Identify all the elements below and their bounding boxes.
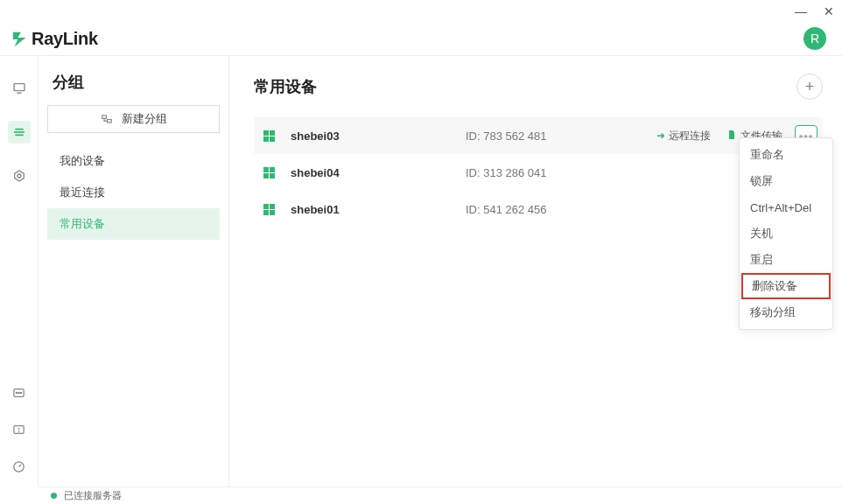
status-indicator-icon xyxy=(51,493,57,499)
sidebar-item-common[interactable]: 常用设备 xyxy=(47,208,220,240)
new-group-button[interactable]: 新建分组 xyxy=(47,105,220,133)
svg-rect-16 xyxy=(107,120,111,123)
body: 分组 新建分组 我的设备 最近连接 常用设备 常用设备 + shebei03 I… xyxy=(0,55,842,486)
avatar[interactable]: R xyxy=(803,27,826,50)
arrow-right-icon: ➜ xyxy=(656,130,665,142)
svg-rect-0 xyxy=(14,84,25,91)
new-group-icon xyxy=(101,113,113,125)
sidebar-item-my-devices[interactable]: 我的设备 xyxy=(47,145,220,177)
windows-icon xyxy=(263,203,275,215)
minimize-button[interactable]: — xyxy=(795,5,807,18)
device-id: ID: 541 262 456 xyxy=(466,203,547,216)
device-row[interactable]: shebei01 ID: 541 262 456 xyxy=(254,191,823,228)
statusbar: 已连接服务器 xyxy=(39,486,842,504)
device-id: ID: 313 286 041 xyxy=(466,166,547,179)
svg-rect-15 xyxy=(102,116,106,119)
menu-rename[interactable]: 重命名 xyxy=(740,142,832,168)
svg-point-10 xyxy=(20,392,21,393)
add-device-button[interactable]: + xyxy=(796,74,823,100)
rail-feedback-icon[interactable] xyxy=(8,418,31,441)
nav-rail xyxy=(0,56,39,486)
remote-connect-button[interactable]: ➜ 远程连接 xyxy=(653,127,714,145)
svg-point-8 xyxy=(16,392,17,393)
new-group-label: 新建分组 xyxy=(122,111,167,127)
page-title: 常用设备 xyxy=(254,76,317,97)
rail-monitor-icon[interactable] xyxy=(8,77,31,100)
close-button[interactable]: ✕ xyxy=(823,5,835,18)
main-header: 常用设备 + xyxy=(254,74,823,100)
logo-text: RayLink xyxy=(32,29,98,49)
device-name: shebei03 xyxy=(291,130,466,143)
titlebar: — ✕ xyxy=(0,0,842,22)
sidebar-title: 分组 xyxy=(47,72,220,105)
svg-point-13 xyxy=(18,431,19,432)
device-name: shebei01 xyxy=(291,203,466,216)
windows-icon xyxy=(263,166,275,178)
rail-speed-icon[interactable] xyxy=(8,455,31,478)
device-name: shebei04 xyxy=(291,166,466,179)
rail-chat-icon[interactable] xyxy=(8,382,31,404)
sidebar: 分组 新建分组 我的设备 最近连接 常用设备 xyxy=(39,56,229,486)
menu-delete-device[interactable]: 删除设备 xyxy=(741,273,831,299)
menu-move-group[interactable]: 移动分组 xyxy=(740,299,832,326)
menu-ctrl-alt-del[interactable]: Ctrl+Alt+Del xyxy=(740,194,832,220)
svg-point-9 xyxy=(18,392,19,393)
device-row[interactable]: shebei04 ID: 313 286 041 xyxy=(254,154,823,191)
header: RayLink R xyxy=(0,22,842,55)
sidebar-item-recent[interactable]: 最近连接 xyxy=(47,177,220,208)
rail-settings-icon[interactable] xyxy=(8,164,31,187)
menu-shutdown[interactable]: 关机 xyxy=(740,220,832,247)
logo-icon xyxy=(11,29,30,48)
device-row[interactable]: shebei03 ID: 783 562 481 ➜ 远程连接 文件传输 ••• xyxy=(254,117,823,154)
file-icon xyxy=(726,130,737,143)
device-id: ID: 783 562 481 xyxy=(466,130,547,143)
status-text: 已连接服务器 xyxy=(64,489,122,502)
menu-lock[interactable]: 锁屏 xyxy=(740,168,832,194)
logo: RayLink xyxy=(11,29,98,49)
windows-icon xyxy=(263,130,275,142)
svg-marker-5 xyxy=(14,171,24,181)
rail-list-icon[interactable] xyxy=(8,121,31,144)
svg-point-6 xyxy=(18,174,21,178)
context-menu: 重命名 锁屏 Ctrl+Alt+Del 关机 重启 删除设备 移动分组 xyxy=(739,137,833,330)
menu-restart[interactable]: 重启 xyxy=(740,247,832,273)
